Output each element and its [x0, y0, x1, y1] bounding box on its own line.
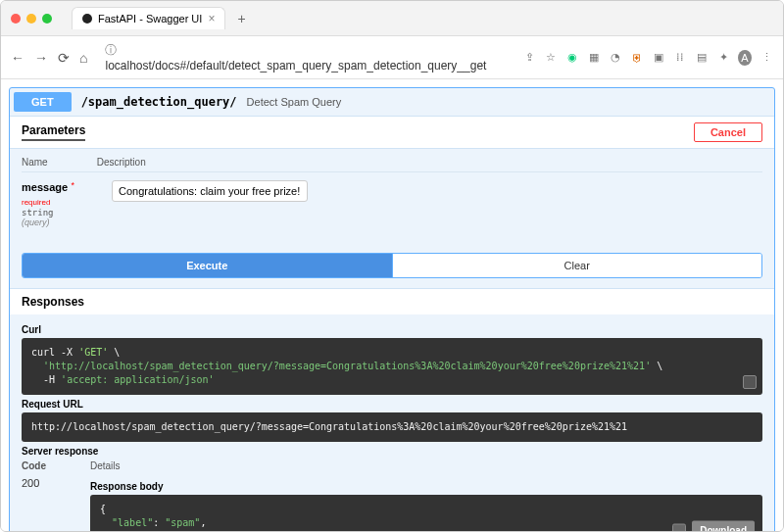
maximize-icon[interactable] — [42, 14, 52, 24]
execute-button[interactable]: Execute — [23, 254, 392, 277]
reload-icon[interactable]: ⟳ — [58, 50, 70, 66]
responses-header: Responses — [10, 288, 774, 314]
copy-icon[interactable] — [672, 523, 686, 531]
method-badge: GET — [14, 92, 72, 112]
tab-close-icon[interactable]: × — [208, 12, 215, 25]
extension-icon[interactable]: ⁞⁞ — [673, 51, 687, 64]
copy-icon[interactable] — [743, 375, 757, 389]
extension-icon[interactable]: ◔ — [609, 51, 622, 64]
required-text: required — [22, 198, 50, 207]
tab-title: FastAPI - Swagger UI — [98, 13, 202, 24]
browser-tab[interactable]: FastAPI - Swagger UI × — [72, 7, 225, 29]
parameters-title: Parameters — [22, 123, 85, 141]
browser-window: FastAPI - Swagger UI × + ← → ⟳ ⌂ ⓘ local… — [0, 0, 784, 532]
param-location: (query) — [22, 218, 100, 227]
extension-icon[interactable]: ▣ — [652, 51, 665, 64]
extension-icon[interactable]: ▤ — [695, 51, 709, 64]
response-body-block: { "label": "spam", "spam_probability": 0… — [90, 495, 762, 531]
details-col: Details — [90, 460, 121, 471]
minimize-icon[interactable] — [26, 14, 36, 24]
operation-summary: Detect Spam Query — [247, 96, 342, 108]
response-body-label: Response body — [90, 481, 762, 492]
toolbar-icons: ⇪ ☆ ◉ ▦ ◔ ⛨ ▣ ⁞⁞ ▤ ✦ A ⋮ — [522, 50, 773, 66]
response-row: 200 Response body { "label": "spam", "sp… — [22, 477, 762, 531]
response-details: Response body { "label": "spam", "spam_p… — [90, 477, 762, 531]
close-icon[interactable] — [11, 14, 21, 24]
home-icon[interactable]: ⌂ — [79, 50, 87, 66]
extension-icon[interactable]: ◉ — [565, 51, 579, 64]
curl-block: curl -X 'GET' \ 'http://localhost/spam_d… — [22, 338, 762, 395]
param-type: string — [22, 208, 100, 218]
address-bar: ← → ⟳ ⌂ ⓘ localhost/docs#/default/detect… — [1, 36, 783, 79]
response-area: Curl curl -X 'GET' \ 'http://localhost/s… — [10, 314, 774, 531]
required-star: * — [71, 180, 74, 190]
window-controls — [11, 14, 52, 24]
cancel-button[interactable]: Cancel — [694, 122, 762, 142]
url-field[interactable]: ⓘ localhost/docs#/default/detect_spam_qu… — [97, 40, 513, 74]
page-content: GET /spam_detection_query/ Detect Spam Q… — [1, 79, 783, 531]
nav-controls: ← → ⟳ ⌂ — [11, 50, 87, 66]
server-response-label: Server response — [22, 446, 762, 457]
clear-button[interactable]: Clear — [392, 254, 762, 277]
extension-icon[interactable]: ⛨ — [630, 52, 644, 64]
extensions-icon[interactable]: ✦ — [716, 51, 730, 64]
col-description: Description — [97, 157, 146, 168]
param-input-col — [112, 180, 308, 227]
param-row: message * required string (query) — [22, 180, 762, 227]
curl-label: Curl — [22, 324, 762, 335]
forward-icon[interactable]: → — [34, 50, 48, 66]
new-tab-button[interactable]: + — [237, 11, 245, 26]
extension-icon[interactable]: ▦ — [587, 51, 601, 64]
request-url-label: Request URL — [22, 399, 762, 410]
operation-block: GET /spam_detection_query/ Detect Spam Q… — [9, 87, 775, 531]
parameters-header: Parameters Cancel — [10, 116, 774, 149]
col-name: Name — [22, 157, 48, 168]
message-input[interactable] — [112, 180, 308, 202]
code-col: Code — [22, 460, 71, 471]
request-url-block: http://localhost/spam_detection_query/?m… — [22, 412, 762, 442]
parameters-body: Name Description message * required stri… — [10, 149, 774, 235]
response-columns: Code Details — [22, 460, 762, 471]
window-titlebar: FastAPI - Swagger UI × + — [1, 1, 783, 36]
param-name: message — [22, 181, 68, 193]
status-code: 200 — [22, 477, 71, 531]
operation-header[interactable]: GET /spam_detection_query/ Detect Spam Q… — [10, 88, 774, 116]
avatar[interactable]: A — [738, 50, 752, 66]
star-icon[interactable]: ☆ — [544, 51, 558, 64]
operation-path: /spam_detection_query/ — [81, 95, 237, 109]
site-info-icon[interactable]: ⓘ — [105, 43, 117, 57]
share-icon[interactable]: ⇪ — [522, 51, 536, 64]
download-button[interactable]: Download — [692, 521, 755, 532]
favicon-icon — [82, 14, 92, 24]
response-actions: Download — [672, 521, 755, 532]
back-icon[interactable]: ← — [11, 50, 24, 66]
url-text: localhost/docs#/default/detect_spam_quer… — [105, 59, 486, 73]
param-name-col: message * required string (query) — [22, 180, 100, 227]
menu-icon[interactable]: ⋮ — [760, 51, 773, 64]
params-columns: Name Description — [22, 157, 762, 172]
execute-row: Execute Clear — [22, 253, 762, 278]
